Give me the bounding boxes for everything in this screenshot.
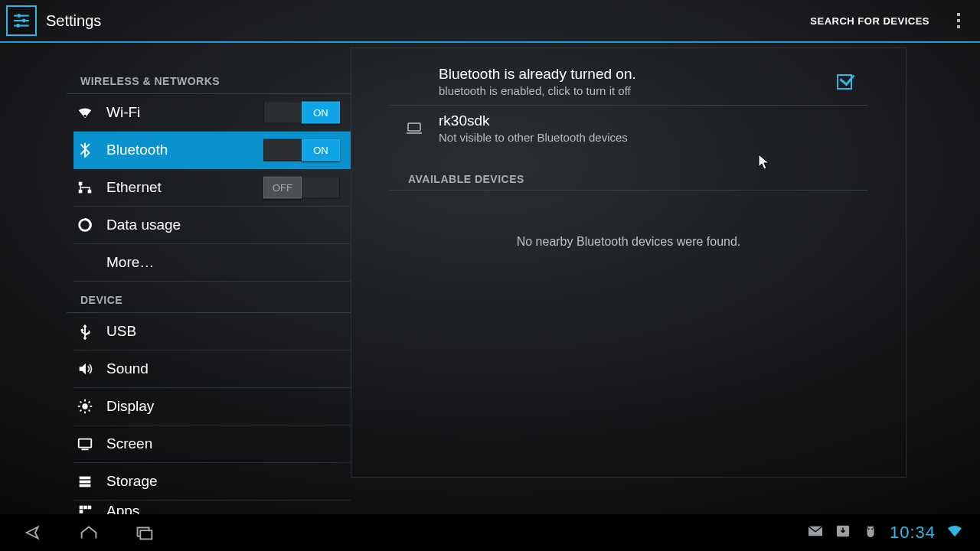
ethernet-toggle[interactable]: OFF (263, 177, 340, 199)
pref-subtitle: bluetooth is enabled, click to turn it o… (439, 84, 822, 97)
sidebar-item-label: Sound (106, 360, 149, 377)
sidebar-item-apps[interactable]: Apps (74, 500, 351, 514)
sidebar-item-label: USB (106, 323, 136, 340)
svg-rect-9 (88, 190, 92, 194)
svg-rect-26 (83, 506, 87, 510)
svg-rect-8 (79, 190, 83, 194)
sound-icon (74, 360, 106, 377)
settings-app-icon (6, 5, 37, 36)
sidebar-item-storage[interactable]: Storage (74, 463, 351, 500)
data-usage-icon (74, 217, 106, 233)
svg-point-35 (868, 528, 870, 530)
svg-point-3 (17, 14, 21, 18)
content-area: WIRELESS & NETWORKS Wi-Fi ON Bluetooth O… (0, 43, 980, 514)
sidebar-item-label: Bluetooth (106, 142, 168, 158)
device-name-preference[interactable]: rk30sdk Not visible to other Bluetooth d… (390, 106, 867, 152)
sidebar-item-screen[interactable]: Screen (74, 425, 351, 463)
svg-rect-23 (80, 481, 91, 484)
recents-button[interactable] (116, 514, 172, 551)
android-debug-icon[interactable] (862, 524, 879, 541)
svg-point-36 (871, 528, 873, 530)
sidebar-item-sound[interactable]: Sound (74, 350, 351, 388)
sidebar-item-ethernet[interactable]: Ethernet OFF (74, 169, 351, 207)
sidebar-item-data-usage[interactable]: Data usage (74, 207, 351, 244)
storage-icon (74, 473, 106, 490)
laptop-icon (390, 119, 439, 138)
settings-sidebar: WIRELESS & NETWORKS Wi-Fi ON Bluetooth O… (0, 43, 351, 514)
sidebar-item-more[interactable]: More… (74, 244, 351, 282)
system-navigation-bar: 10:34 (0, 514, 980, 551)
sidebar-item-label: Storage (106, 473, 158, 490)
svg-rect-28 (80, 510, 83, 514)
available-devices-header: AVAILABLE DEVICES (390, 152, 867, 191)
home-button[interactable] (61, 514, 116, 551)
sidebar-item-bluetooth[interactable]: Bluetooth ON (74, 132, 351, 169)
status-tray[interactable]: 10:34 (807, 523, 974, 543)
svg-line-18 (89, 401, 90, 403)
pref-title: Bluetooth is already turned on. (439, 66, 822, 83)
svg-rect-20 (79, 439, 92, 448)
bluetooth-power-preference[interactable]: Bluetooth is already turned on. bluetoot… (390, 59, 867, 106)
svg-rect-22 (80, 477, 91, 480)
overflow-menu-button[interactable] (943, 0, 974, 42)
svg-line-19 (80, 410, 81, 412)
svg-line-17 (89, 410, 90, 412)
sidebar-item-usb[interactable]: USB (74, 313, 351, 350)
wifi-status-icon (946, 524, 963, 541)
svg-point-5 (16, 24, 20, 28)
no-devices-message: No nearby Bluetooth devices were found. (390, 191, 867, 249)
display-icon (74, 398, 106, 415)
svg-line-16 (80, 401, 81, 403)
sidebar-item-label: Display (106, 398, 154, 415)
download-notification-icon[interactable] (835, 524, 851, 541)
sidebar-item-display[interactable]: Display (74, 388, 351, 425)
device-name: rk30sdk (439, 112, 822, 129)
action-bar: Settings SEARCH FOR DEVICES (0, 0, 980, 43)
wifi-icon (74, 104, 106, 121)
bluetooth-toggle[interactable]: ON (263, 139, 340, 161)
detail-panel: Bluetooth is already turned on. bluetoot… (351, 47, 906, 478)
section-header-wireless: WIRELESS & NETWORKS (80, 63, 351, 93)
ethernet-icon (74, 179, 106, 196)
search-for-devices-button[interactable]: SEARCH FOR DEVICES (796, 0, 943, 42)
clock: 10:34 (890, 523, 936, 543)
sidebar-item-wifi[interactable]: Wi-Fi ON (74, 94, 351, 132)
back-button[interactable] (6, 514, 61, 551)
svg-rect-7 (79, 182, 83, 186)
svg-rect-24 (80, 484, 91, 487)
svg-point-4 (22, 19, 26, 23)
screen-icon (74, 435, 106, 452)
svg-rect-29 (408, 123, 420, 131)
sidebar-item-label: Data usage (106, 217, 181, 233)
section-header-device: DEVICE (80, 282, 351, 312)
svg-rect-32 (140, 530, 152, 539)
bluetooth-enabled-checkbox[interactable] (837, 74, 852, 90)
usb-icon (74, 323, 106, 340)
mail-notification-icon[interactable] (807, 524, 824, 541)
sidebar-item-label: Wi-Fi (106, 104, 140, 121)
sidebar-item-label: Apps (106, 503, 139, 514)
wifi-toggle[interactable]: ON (263, 102, 340, 124)
svg-point-11 (82, 403, 87, 409)
device-visibility: Not visible to other Bluetooth devices (439, 131, 822, 144)
page-title: Settings (46, 12, 101, 30)
sidebar-item-label: Ethernet (106, 179, 162, 196)
svg-rect-25 (80, 506, 83, 510)
sidebar-item-label: Screen (106, 435, 152, 452)
svg-point-6 (84, 115, 87, 117)
sidebar-item-label: More… (106, 254, 154, 271)
svg-rect-27 (88, 506, 92, 510)
bluetooth-icon (74, 142, 106, 158)
apps-icon (74, 503, 106, 514)
